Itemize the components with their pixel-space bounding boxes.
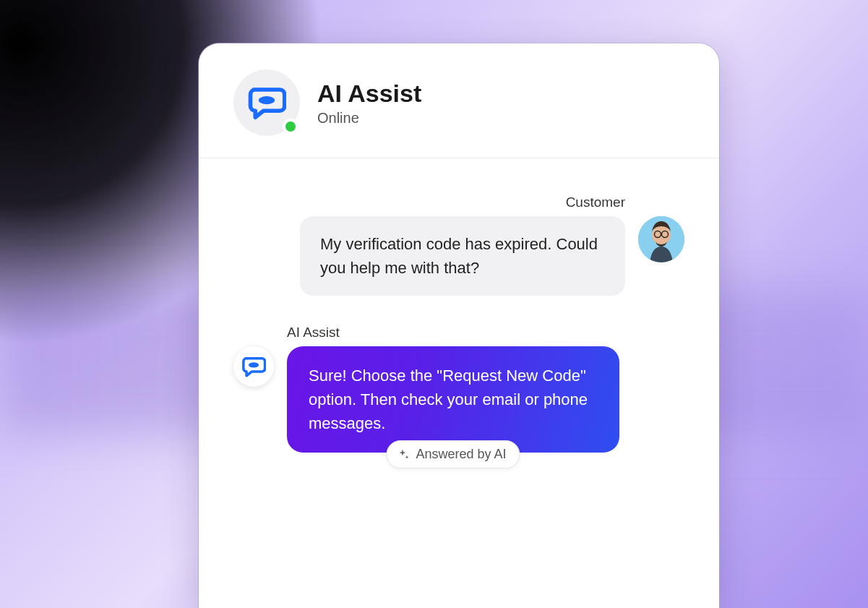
bot-avatar — [233, 69, 300, 136]
customer-message-row: My verification code has expired. Could … — [300, 216, 684, 296]
ai-message-bubble: Sure! Choose the "Request New Code" opti… — [287, 346, 619, 453]
svg-point-0 — [259, 96, 275, 104]
bot-avatar-small — [233, 346, 274, 387]
ai-bubble-wrap: Sure! Choose the "Request New Code" opti… — [287, 346, 619, 453]
chat-header: AI Assist Online — [199, 43, 719, 158]
header-text: AI Assist Online — [317, 79, 421, 127]
answered-by-ai-badge: Answered by AI — [386, 440, 520, 468]
chat-status: Online — [317, 110, 421, 127]
customer-sender-label: Customer — [566, 194, 684, 210]
ai-sender-label: AI Assist — [233, 325, 340, 341]
chat-bubble-icon — [241, 354, 266, 379]
presence-indicator — [283, 119, 298, 134]
chat-bubble-icon — [247, 83, 286, 122]
ai-message-row: Sure! Choose the "Request New Code" opti… — [233, 346, 619, 453]
customer-avatar — [638, 216, 684, 262]
ai-message-block: AI Assist Sure! Choose the "Request New … — [233, 325, 684, 453]
svg-point-6 — [249, 362, 259, 367]
chat-body[interactable]: Customer My verification code has expire… — [199, 158, 719, 503]
customer-message-bubble: My verification code has expired. Could … — [300, 216, 625, 296]
badge-text: Answered by AI — [416, 447, 506, 462]
chat-widget: AI Assist Online Customer My verificatio… — [199, 43, 719, 608]
customer-message-block: Customer My verification code has expire… — [233, 194, 684, 296]
sparkle-icon — [397, 448, 410, 461]
chat-title: AI Assist — [317, 79, 421, 108]
